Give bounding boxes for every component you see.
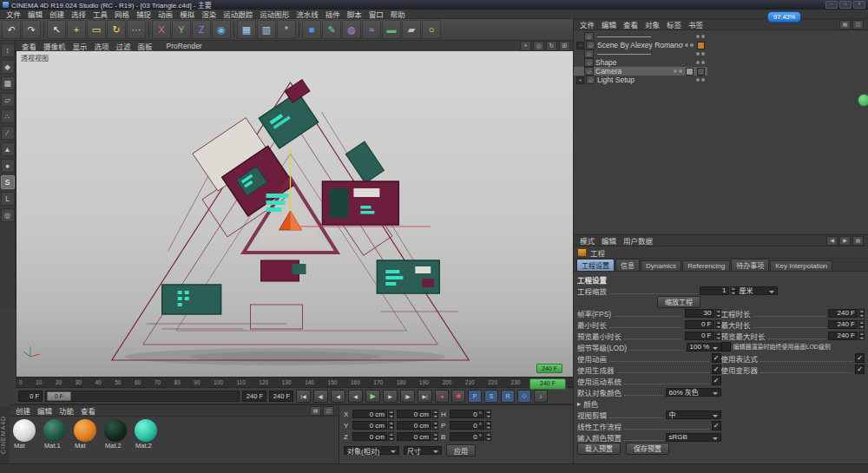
use-expressions-checkbox[interactable]: ✓ <box>855 353 865 363</box>
rotate-tool-button[interactable]: ↻ <box>107 20 126 39</box>
menu-item[interactable]: 脚本 <box>344 9 365 19</box>
object-manager-menu-item[interactable]: 书签 <box>685 19 707 30</box>
next-frame-button[interactable]: ▶ <box>383 390 398 403</box>
viewport-menu-item[interactable]: 面板 <box>135 41 156 51</box>
scale-tool-button[interactable]: ▭ <box>87 20 106 39</box>
spinner[interactable] <box>432 432 438 441</box>
object-manager-menu-item[interactable]: 文件 <box>576 19 598 30</box>
tab-信息[interactable]: 信息 <box>615 259 640 271</box>
history-back-icon[interactable]: ◀ <box>826 236 838 246</box>
sound-button[interactable]: ♪ <box>534 390 548 403</box>
close-button[interactable]: × <box>853 1 865 9</box>
spinner[interactable] <box>858 320 865 329</box>
tab-工程设置[interactable]: 工程设置 <box>576 259 615 271</box>
viewport-menu-item[interactable]: 显示 <box>69 41 91 51</box>
size-z-field[interactable]: 0 cm <box>397 432 431 441</box>
spin-down-icon[interactable] <box>388 425 394 430</box>
material-filter-icon[interactable]: ▤ <box>310 406 321 416</box>
timeline-ruler[interactable]: 0102030405060708090100110120130140150160… <box>16 377 573 388</box>
min-time-field[interactable]: 0 F <box>685 320 714 329</box>
camera-tool-button[interactable]: ▰ <box>402 20 421 39</box>
spin-down-icon[interactable] <box>485 437 491 441</box>
goto-end-button[interactable]: ▶| <box>418 390 432 403</box>
menu-item[interactable]: 流水线 <box>293 9 322 19</box>
fps-field[interactable]: 30 <box>685 309 714 318</box>
tab-待办事项[interactable]: 待办事项 <box>731 259 769 271</box>
om-filter-icon[interactable]: ▤ <box>839 20 851 30</box>
scale-project-button[interactable]: 缩放工程 <box>657 296 700 308</box>
preview-max-time-field[interactable]: 240 F <box>828 332 858 340</box>
play-backward-button[interactable]: ◀ <box>348 390 363 403</box>
render-visibility-dot[interactable] <box>701 52 705 56</box>
spinner[interactable] <box>388 432 394 441</box>
position-x-field[interactable]: 0 cm <box>352 410 387 418</box>
spin-down-icon[interactable] <box>485 414 491 418</box>
linear-workflow-checkbox[interactable]: ✓ <box>712 421 721 430</box>
key-rotation-button[interactable]: R <box>501 390 515 403</box>
model-mode-icon[interactable]: ◆ <box>1 60 15 74</box>
lock-workplane-icon[interactable]: L <box>1 192 15 206</box>
maximize-button[interactable]: □ <box>839 1 852 9</box>
texture-mode-icon[interactable]: ▦ <box>1 76 15 90</box>
spin-down-icon[interactable] <box>432 437 438 441</box>
position-z-field[interactable]: 0 cm <box>352 432 387 441</box>
subdivision-surface-button[interactable]: ◍ <box>342 20 361 39</box>
view-clipping-select[interactable]: 中 <box>666 411 721 419</box>
menu-item[interactable]: 创建 <box>46 9 68 19</box>
slider-handle[interactable]: 0 F <box>47 391 71 401</box>
points-mode-icon[interactable]: ∴ <box>1 109 15 123</box>
material-menu-item[interactable]: 查看 <box>77 405 99 416</box>
edges-mode-icon[interactable]: ∕ <box>1 126 15 140</box>
viewport-menu-item[interactable]: 查看 <box>18 41 40 51</box>
viewport-canvas[interactable]: 透视视图 240 F <box>16 51 573 377</box>
object-row[interactable]: ◇ <box>574 32 707 41</box>
size-mode-select[interactable]: 尺寸 <box>404 446 442 455</box>
object-row[interactable]: ◇Shape <box>574 58 707 67</box>
default-object-color-select[interactable]: 60% 灰色 <box>666 388 721 397</box>
viewport-menu-item[interactable]: 摄像机 <box>40 41 69 51</box>
project-scale-unit-select[interactable]: 厘米 <box>736 286 778 295</box>
history-forward-icon[interactable]: ▶ <box>839 236 851 246</box>
om-search-icon[interactable]: ◫ <box>852 20 864 30</box>
object-row[interactable]: +◇Light Setup <box>574 76 707 84</box>
material-thumbnail[interactable] <box>135 419 157 442</box>
spin-down-icon[interactable] <box>715 336 721 340</box>
object-manager-menu-item[interactable]: 对象 <box>641 19 663 30</box>
key-scale-button[interactable]: S <box>484 390 498 403</box>
attribute-menu-item[interactable]: 编辑 <box>598 235 620 246</box>
spinner[interactable] <box>485 421 491 430</box>
animation-mode-icon[interactable]: ● <box>1 159 15 173</box>
spinner[interactable] <box>485 410 491 418</box>
key-position-button[interactable]: P <box>468 390 482 403</box>
render-settings-button[interactable]: * <box>277 20 296 39</box>
spin-down-icon[interactable] <box>485 425 491 430</box>
menu-item[interactable]: 运动图形 <box>256 9 293 19</box>
object-tag-icon[interactable] <box>686 68 694 76</box>
spin-down-icon[interactable] <box>388 414 394 418</box>
editor-visibility-dot[interactable] <box>696 61 700 64</box>
tab-Dynamics[interactable]: Dynamics <box>641 260 681 271</box>
input-color-profile-select[interactable]: sRGB <box>666 433 721 442</box>
spinner[interactable] <box>715 309 721 318</box>
undo-button[interactable]: ↶ <box>2 20 21 39</box>
object-manager-menu-item[interactable]: 查看 <box>620 19 641 30</box>
zoom-view-icon[interactable]: ◎ <box>533 41 544 51</box>
spin-down-icon[interactable] <box>858 325 865 329</box>
editor-visibility-dot[interactable] <box>696 78 700 82</box>
apply-button[interactable]: 应用 <box>446 444 476 457</box>
redo-button[interactable]: ↷ <box>22 20 41 39</box>
editor-visibility-dot[interactable] <box>674 69 677 73</box>
object-manager-menu-item[interactable]: 标签 <box>663 19 685 30</box>
object-row[interactable]: ◇ <box>574 49 707 58</box>
goto-start-button[interactable]: |◀ <box>296 390 311 403</box>
position-y-field[interactable]: 0 cm <box>352 421 387 430</box>
deformer-button[interactable]: ≈ <box>362 20 381 39</box>
material-thumbnail[interactable] <box>13 419 36 442</box>
spin-down-icon[interactable] <box>388 437 394 441</box>
last-tool-button[interactable]: ⋯ <box>127 20 146 39</box>
rotation-h-field[interactable]: 0 ° <box>450 410 484 418</box>
render-active-view-button[interactable]: ▦ <box>237 20 256 39</box>
project-duration-field[interactable]: 240 F <box>828 309 858 318</box>
material-view-icon[interactable]: ◫ <box>323 406 334 416</box>
render-visibility-dot[interactable] <box>701 61 705 64</box>
